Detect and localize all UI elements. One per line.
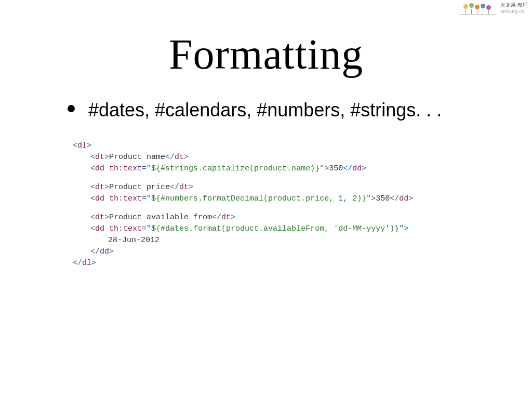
code-text: 350 [329,164,343,173]
code-string: "${#strings.capitalize(product.name)}" [147,164,324,173]
code-token: dd [95,224,104,233]
code-token: dd [100,247,109,256]
slide-title: Formatting [0,30,532,79]
watermark-line1: 火龙果·整理 [500,2,528,8]
code-token: dd [352,164,362,173]
code-text: Product name [109,153,165,162]
code-string: "${#numbers.formatDecimal(product.price,… [147,194,371,203]
bullet-text: #dates, #calendars, #numbers, #strings. … [88,98,442,123]
code-text: Product available from [109,213,212,222]
code-string: "${#dates.format(product.availableFrom, … [147,224,404,233]
code-token: dl [82,259,91,268]
code-token: dt [95,183,104,192]
code-text: 350 [376,194,390,203]
bullet-block: #dates, #calendars, #numbers, #strings. … [68,98,490,123]
code-text: Product price [109,183,170,192]
watermark-text: 火龙果·整理 uml.org.cn [500,2,528,15]
code-token: dd [95,194,104,203]
watermark-line2: uml.org.cn [500,8,528,15]
code-token: dt [179,183,189,192]
code-sample: <dl> <dt>Product name</dt> <dd th:text="… [73,140,532,269]
code-attr: th:text [109,164,142,173]
code-token: dd [95,164,104,173]
code-attr: th:text [109,194,142,203]
code-token: dd [399,194,408,203]
code-token: dt [95,153,104,162]
bullet-dot-icon [68,105,75,112]
code-token: dl [77,141,87,150]
code-text: 28-Jun-2012 [108,236,159,245]
code-token: dt [95,213,104,222]
code-token: dt [221,213,231,222]
watermark-icon [462,3,494,18]
code-attr: th:text [109,224,142,233]
code-token: dt [175,153,184,162]
